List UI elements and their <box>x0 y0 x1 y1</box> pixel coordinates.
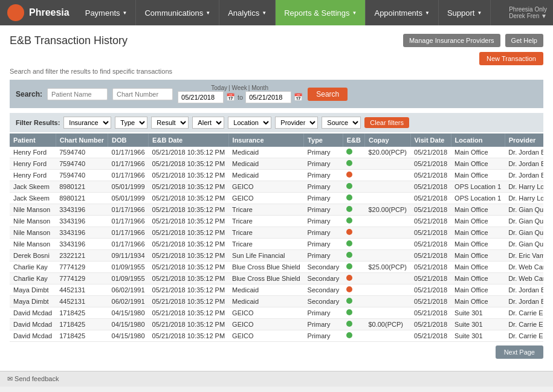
cell-copay <box>364 250 410 262</box>
nav-item-support[interactable]: Support ▼ <box>439 0 491 25</box>
cell-location: Suite 301 <box>451 307 505 319</box>
filter-result[interactable]: Result <box>151 117 189 129</box>
cell-chart: 3343196 <box>56 216 108 227</box>
cell-dob: 04/15/1980 <box>108 319 149 330</box>
cell-patient: Henry Ford <box>10 170 56 181</box>
filter-insurance[interactable]: Insurance <box>63 117 111 129</box>
cell-patient: Maya Dimbt <box>10 284 56 296</box>
logo-icon <box>7 4 24 21</box>
date-week-link[interactable]: Week <box>231 85 247 91</box>
cell-copay <box>364 307 410 319</box>
cell-provider: Dr. Gian Quzsa <box>505 239 543 250</box>
cell-location: Main Office <box>451 158 505 170</box>
cell-provider: Dr. Jordan Bel <box>505 296 543 307</box>
nav-item-communications[interactable]: Communications ▼ <box>136 0 219 25</box>
nav-item-analytics[interactable]: Analytics ▼ <box>219 0 276 25</box>
cell-visit: 05/21/2018 <box>410 170 451 181</box>
filter-source[interactable]: Source <box>322 117 361 129</box>
table-row: Maya Dimbt 4452131 06/02/1991 05/21/2018… <box>10 296 543 307</box>
date-from-input[interactable] <box>178 91 224 103</box>
cell-visit: 05/21/2018 <box>410 181 451 193</box>
patient-name-input[interactable] <box>47 88 108 100</box>
search-bar: Search: Today| Week| Month 📅 to 📅 Search <box>10 80 543 108</box>
cell-dob: 06/02/1991 <box>108 296 149 307</box>
cell-provider: Dr. Harry Lorm <box>505 181 543 193</box>
cell-eb-date: 05/21/2018 10:35:12 PM <box>149 330 228 342</box>
cell-type: Primary <box>304 147 343 158</box>
get-help-button[interactable]: Get Help <box>505 34 543 47</box>
cell-location: Main Office <box>451 170 505 181</box>
status-dot-red <box>346 275 352 281</box>
cell-type: Primary <box>304 204 343 216</box>
status-dot-green <box>346 149 352 155</box>
status-dot-green <box>346 217 352 223</box>
cell-visit: 05/21/2018 <box>410 330 451 342</box>
cell-dob: 01/17/1966 <box>108 170 149 181</box>
cell-eb <box>343 296 364 307</box>
date-today-link[interactable]: Today <box>211 85 227 91</box>
cell-location: Main Office <box>451 147 505 158</box>
cell-eb-date: 05/21/2018 10:35:12 PM <box>149 239 228 250</box>
feedback-link[interactable]: ✉ Send feedback <box>7 375 59 382</box>
cell-dob: 01/09/1955 <box>108 262 149 273</box>
cell-dob: 01/17/1966 <box>108 239 149 250</box>
cell-eb <box>343 307 364 319</box>
cell-eb-date: 05/21/2018 10:35:12 PM <box>149 216 228 227</box>
cell-dob: 05/01/1999 <box>108 181 149 193</box>
cell-chart: 8980121 <box>56 193 108 204</box>
chevron-down-icon: ▼ <box>477 10 482 16</box>
col-eb: E&B <box>343 133 364 147</box>
table-row: Charlie Kay 7774129 01/09/1955 05/21/201… <box>10 262 543 273</box>
cell-location: Main Office <box>451 250 505 262</box>
cell-provider: Dr. Gian Quzsa <box>505 227 543 239</box>
cell-provider: Dr. Jordan Bel <box>505 170 543 181</box>
nav-items: Payments ▼ Communications ▼ Analytics ▼ … <box>77 0 503 25</box>
cell-visit: 05/21/2018 <box>410 147 451 158</box>
cell-visit: 05/21/2018 <box>410 250 451 262</box>
logo-area: Phreesia <box>0 4 77 21</box>
cell-patient: Jack Skeem <box>10 181 56 193</box>
search-button[interactable]: Search <box>308 88 348 101</box>
next-page-button[interactable]: Next Page <box>496 345 543 359</box>
cell-copay <box>364 273 410 284</box>
cell-eb <box>343 147 364 158</box>
cell-chart: 1718425 <box>56 307 108 319</box>
cell-provider: Dr. Gian Quzsa <box>505 216 543 227</box>
filter-provider[interactable]: Provider <box>275 117 318 129</box>
nav-item-payments[interactable]: Payments ▼ <box>77 0 137 25</box>
cell-eb <box>343 216 364 227</box>
cell-patient: David Mcdad <box>10 319 56 330</box>
cell-dob: 05/01/1999 <box>108 193 149 204</box>
cell-insurance: Medicaid <box>228 158 304 170</box>
cell-dob: 01/17/1966 <box>108 147 149 158</box>
filter-type[interactable]: Type <box>115 117 147 129</box>
status-dot-red <box>346 286 352 292</box>
date-to-input[interactable] <box>245 91 291 103</box>
cell-chart: 7594740 <box>56 170 108 181</box>
manage-insurance-button[interactable]: Manage Insurance Providers <box>403 34 500 47</box>
cell-type: Primary <box>304 216 343 227</box>
cell-patient: Nile Manson <box>10 239 56 250</box>
calendar-icon[interactable]: 📅 <box>226 93 235 101</box>
header-buttons: Manage Insurance Providers Get Help <box>403 34 543 47</box>
chart-number-input[interactable] <box>112 88 173 100</box>
clear-filters-button[interactable]: Clear filters <box>364 117 409 128</box>
cell-patient: Henry Ford <box>10 147 56 158</box>
cell-insurance: Medicaid <box>228 147 304 158</box>
cell-eb-date: 05/21/2018 10:35:12 PM <box>149 193 228 204</box>
filter-location[interactable]: Location <box>228 117 271 129</box>
cell-location: Main Office <box>451 227 505 239</box>
filter-alert[interactable]: Alert <box>192 117 224 129</box>
cell-location: Main Office <box>451 296 505 307</box>
date-month-link[interactable]: Month <box>251 85 268 91</box>
page-footer: ✉ Send feedback <box>0 371 553 387</box>
cell-visit: 05/21/2018 <box>410 239 451 250</box>
cell-insurance: Tricare <box>228 204 304 216</box>
cell-chart: 8980121 <box>56 181 108 193</box>
cell-eb <box>343 284 364 296</box>
nav-item-appointments[interactable]: Appointments ▼ <box>366 0 438 25</box>
cell-eb-date: 05/21/2018 10:35:12 PM <box>149 307 228 319</box>
nav-item-reports[interactable]: Reports & Settings ▼ <box>276 0 366 25</box>
new-transaction-button[interactable]: New Transaction <box>479 52 543 65</box>
calendar-icon-2[interactable]: 📅 <box>294 93 303 101</box>
